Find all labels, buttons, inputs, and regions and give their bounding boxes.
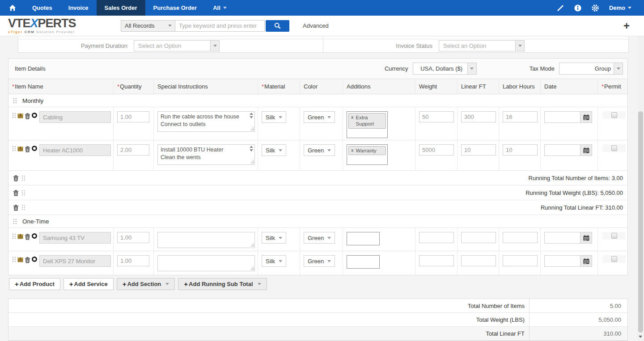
calendar-icon[interactable] <box>580 232 592 244</box>
user-menu[interactable]: Demo <box>609 4 631 11</box>
product-box-icon[interactable] <box>17 146 23 152</box>
scroll-down-arrow-icon[interactable] <box>639 333 642 339</box>
advanced-search-link[interactable]: Advanced <box>303 22 329 29</box>
quantity-input[interactable] <box>117 232 149 243</box>
special-instructions-textarea[interactable]: Run the cable across the house Connect t… <box>157 111 255 132</box>
delete-row-icon[interactable] <box>13 204 19 211</box>
add-product-button[interactable]: + Add Product <box>9 278 60 290</box>
color-select[interactable]: Green <box>304 144 335 156</box>
material-select[interactable]: Silk <box>262 111 286 123</box>
settings-gear-icon[interactable] <box>591 4 599 12</box>
nav-purchase-order[interactable]: Purchase Order <box>145 0 205 16</box>
tax-mode-select[interactable]: Group <box>559 63 623 75</box>
calendar-icon[interactable] <box>580 111 592 123</box>
drag-handle-icon[interactable] <box>12 113 16 118</box>
add-record-plus-icon[interactable]: + <box>623 21 630 31</box>
stepper-arrows-icon[interactable] <box>250 113 253 118</box>
drag-handle-icon[interactable] <box>12 146 16 152</box>
nav-invoice[interactable]: Invoice <box>60 0 97 16</box>
labor-hours-input[interactable] <box>503 232 538 243</box>
delete-row-icon[interactable] <box>25 146 30 152</box>
search-scope-select[interactable]: All Records <box>121 20 175 32</box>
permit-checkbox[interactable] <box>611 145 617 151</box>
item-name-input[interactable] <box>39 144 111 156</box>
material-select[interactable]: Silk <box>262 144 286 156</box>
subproduct-circle-icon[interactable] <box>32 257 37 262</box>
item-name-input[interactable] <box>39 111 111 123</box>
weight-input[interactable] <box>419 111 454 122</box>
additions-multiselect[interactable]: xWarranty <box>347 144 388 165</box>
drag-handle-icon[interactable] <box>21 175 25 181</box>
weight-input[interactable] <box>419 144 454 156</box>
vertical-scrollbar[interactable] <box>637 36 644 341</box>
linear-ft-input[interactable] <box>461 232 496 243</box>
drag-handle-icon[interactable] <box>12 233 16 239</box>
product-box-icon[interactable] <box>17 257 23 262</box>
date-input[interactable] <box>544 144 580 156</box>
delete-row-icon[interactable] <box>13 175 19 181</box>
item-name-input[interactable] <box>39 232 111 244</box>
subproduct-circle-icon[interactable] <box>32 113 37 118</box>
weight-input[interactable] <box>419 232 454 243</box>
linear-ft-input[interactable] <box>461 111 496 122</box>
material-select[interactable]: Silk <box>262 255 286 267</box>
item-name-input[interactable] <box>39 255 111 267</box>
currency-select[interactable]: USA, Dollars ($) <box>413 63 477 75</box>
special-instructions-textarea[interactable] <box>157 255 255 271</box>
home-icon[interactable] <box>0 0 24 16</box>
delete-row-icon[interactable] <box>13 189 19 196</box>
labor-hours-input[interactable] <box>503 111 538 122</box>
labor-hours-input[interactable] <box>503 255 538 266</box>
linear-ft-input[interactable] <box>461 144 496 156</box>
color-select[interactable]: Green <box>304 232 335 244</box>
search-button[interactable] <box>266 20 289 32</box>
drag-handle-icon[interactable] <box>13 98 17 104</box>
info-icon[interactable] <box>574 4 581 12</box>
quantity-input[interactable] <box>117 144 149 156</box>
drag-handle-icon[interactable] <box>21 205 25 210</box>
weight-input[interactable] <box>419 255 454 266</box>
material-select[interactable]: Silk <box>262 232 286 244</box>
product-box-icon[interactable] <box>17 233 23 239</box>
search-input[interactable] <box>175 20 265 32</box>
permit-checkbox[interactable] <box>611 256 617 262</box>
permit-checkbox[interactable] <box>611 233 617 239</box>
additions-multiselect[interactable] <box>347 255 380 269</box>
calendar-icon[interactable] <box>580 255 592 267</box>
add-section-button[interactable]: + Add Section <box>117 278 175 290</box>
invoice-status-select[interactable]: Select an Option <box>439 40 525 51</box>
subproduct-circle-icon[interactable] <box>32 146 37 151</box>
nav-all-menu[interactable]: All <box>205 0 235 16</box>
add-service-button[interactable]: + Add Service <box>64 278 114 290</box>
subproduct-circle-icon[interactable] <box>32 233 37 239</box>
theme-brush-icon[interactable] <box>557 4 564 12</box>
add-running-sub-total-button[interactable]: + Add Running Sub Total <box>178 278 267 290</box>
date-input[interactable] <box>544 232 580 244</box>
drag-handle-icon[interactable] <box>12 257 16 262</box>
delete-row-icon[interactable] <box>25 113 30 119</box>
quantity-input[interactable] <box>117 111 149 122</box>
delete-row-icon[interactable] <box>25 257 30 263</box>
stepper-arrows-icon[interactable] <box>250 146 253 152</box>
labor-hours-input[interactable] <box>503 144 538 156</box>
permit-checkbox[interactable] <box>611 112 617 118</box>
drag-handle-icon[interactable] <box>13 219 17 224</box>
calendar-icon[interactable] <box>580 144 592 156</box>
linear-ft-input[interactable] <box>461 255 496 266</box>
quantity-input[interactable] <box>117 255 149 266</box>
scrollbar-thumb[interactable] <box>638 111 643 333</box>
additions-multiselect[interactable] <box>347 232 380 245</box>
remove-tag-icon[interactable]: x <box>351 148 354 154</box>
date-input[interactable] <box>544 255 580 267</box>
product-box-icon[interactable] <box>17 113 23 118</box>
nav-quotes[interactable]: Quotes <box>24 0 60 16</box>
additions-multiselect[interactable]: xExtra Support <box>347 111 388 138</box>
special-instructions-textarea[interactable]: Install 10000 BTU Heater Clean the wents <box>157 144 255 165</box>
delete-row-icon[interactable] <box>25 233 30 240</box>
color-select[interactable]: Green <box>304 255 335 267</box>
remove-tag-icon[interactable]: x <box>351 115 354 127</box>
drag-handle-icon[interactable] <box>21 190 25 196</box>
date-input[interactable] <box>544 111 580 123</box>
nav-sales-order[interactable]: Sales Order <box>97 0 145 16</box>
color-select[interactable]: Green <box>304 111 335 123</box>
